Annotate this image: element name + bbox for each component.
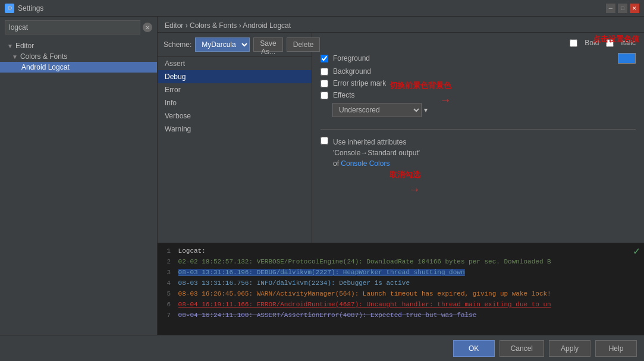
inherited-row: Use inherited attributes 'Console→Standa… <box>321 137 636 169</box>
inherited-text-block: Use inherited attributes 'Console→Standa… <box>333 137 420 169</box>
preview-line-1: 1 Logcat: <box>162 246 639 256</box>
log-list: Assert Debug Error Info Verbose Warning <box>158 57 312 243</box>
inherited-section: Use inherited attributes 'Console→Standa… <box>321 129 636 169</box>
app-icon: ⚙ <box>5 4 14 13</box>
preview-line-4: 4 08-03 13:31:16.756: INFO/dalvikvm(2234… <box>162 278 639 288</box>
log-item-info[interactable]: Info <box>158 96 312 109</box>
tree-arrow-editor: ▼ <box>7 43 13 49</box>
italic-checkbox[interactable] <box>606 39 614 47</box>
title-bar-left: ⚙ Settings <box>5 4 43 13</box>
bold-label: Bold <box>585 39 599 47</box>
sidebar-item-android-logcat-label: Android Logcat <box>21 63 70 71</box>
sidebar: ✕ ▼ Editor ▼ Colors & Fonts Android Logc… <box>0 17 158 335</box>
italic-label: Italic <box>621 39 636 47</box>
search-input[interactable] <box>5 20 140 34</box>
settings-content: Scheme: MyDarcula Save As... Delete Asse… <box>158 33 644 243</box>
effects-label: Effects <box>333 91 354 99</box>
sidebar-item-editor[interactable]: ▼ Editor <box>0 40 157 51</box>
background-label: Background <box>333 67 371 76</box>
window-title: Settings <box>18 4 43 12</box>
inherited-quote: 'Console→Standard output' <box>333 149 420 157</box>
title-bar: ⚙ Settings ─ □ ✕ <box>0 0 644 17</box>
window-controls[interactable]: ─ □ ✕ <box>606 4 639 13</box>
preview-line-6: 6 08-04 16:19:11.166: ERROR/AndroidRunti… <box>162 299 639 310</box>
preview-checkmark: ✓ <box>633 246 640 257</box>
apply-button[interactable]: Apply <box>549 340 590 357</box>
background-checkbox[interactable] <box>321 68 328 76</box>
bold-checkbox[interactable] <box>570 39 577 47</box>
breadcrumb: Editor › Colors & Fonts › Android Logcat <box>158 17 644 33</box>
preview-line-5: 5 08-03 16:26:45.965: WARN/ActivityManag… <box>162 288 639 299</box>
inherited-link[interactable]: Console Colors <box>341 159 389 168</box>
error-stripe-checkbox[interactable] <box>321 80 328 87</box>
foreground-checkbox[interactable] <box>321 55 328 62</box>
scheme-label: Scheme: <box>164 40 191 49</box>
effects-checkbox[interactable] <box>321 92 328 99</box>
preview-line-3: 3 08-03 13:31:16.196: DEBUG/dalvikvm(222… <box>162 267 639 278</box>
sidebar-item-colors-fonts-label: Colors & Fonts <box>20 52 67 61</box>
effects-row: Effects <box>321 91 636 99</box>
annotation-uncheck-text: 取消勾选 <box>389 170 420 179</box>
top-checkboxes: Bold Italic <box>321 39 636 47</box>
options-panel: 点击设置色值 Bold Italic Foreground <box>312 33 644 243</box>
ok-button[interactable]: OK <box>453 340 495 357</box>
cancel-button[interactable]: Cancel <box>500 340 544 357</box>
foreground-row: Foreground <box>321 53 636 64</box>
inherited-of: of <box>333 159 341 168</box>
sidebar-item-android-logcat[interactable]: Android Logcat <box>0 62 157 73</box>
tree-container: ▼ Editor ▼ Colors & Fonts Android Logcat <box>0 38 157 335</box>
bottom-bar: OK Cancel Apply Help <box>0 335 644 361</box>
preview-line-2: 2 02-02 18:52:57.132: VERBOSE/ProtocolEn… <box>162 256 639 267</box>
minimize-button[interactable]: ─ <box>606 4 615 13</box>
annotation-uncheck: 取消勾选 → <box>389 169 420 196</box>
scheme-select[interactable]: MyDarcula <box>195 37 250 52</box>
foreground-color-swatch[interactable] <box>618 53 636 64</box>
sidebar-item-editor-label: Editor <box>15 42 34 50</box>
scheme-row: Scheme: MyDarcula Save As... Delete <box>158 33 312 57</box>
log-item-warning[interactable]: Warning <box>158 123 312 136</box>
save-as-button[interactable]: Save As... <box>253 37 282 52</box>
error-stripe-label: Error stripe mark <box>333 79 386 87</box>
maximize-button[interactable]: □ <box>618 4 627 13</box>
log-item-assert[interactable]: Assert <box>158 57 312 70</box>
main-container: ✕ ▼ Editor ▼ Colors & Fonts Android Logc… <box>0 17 644 335</box>
close-button[interactable]: ✕ <box>630 4 639 13</box>
effects-dropdown-arrow: ▾ <box>424 106 428 114</box>
background-row: Background <box>321 67 636 76</box>
effects-select[interactable]: Underscored Underwaved Bordered Strikeou… <box>332 103 422 117</box>
list-panel: Scheme: MyDarcula Save As... Delete Asse… <box>158 33 312 243</box>
inherited-checkbox[interactable] <box>321 137 328 145</box>
preview-area: ✓ 1 Logcat: 2 02-02 18:52:57.132: VERBOS… <box>158 243 644 335</box>
tree-arrow-colors: ▼ <box>12 54 18 60</box>
sidebar-item-colors-fonts[interactable]: ▼ Colors & Fonts <box>0 51 157 62</box>
search-bar: ✕ <box>0 17 157 38</box>
search-clear-button[interactable]: ✕ <box>143 23 152 32</box>
log-item-error[interactable]: Error <box>158 83 312 96</box>
log-item-verbose[interactable]: Verbose <box>158 109 312 123</box>
log-item-debug[interactable]: Debug <box>158 70 312 83</box>
inherited-label: Use inherited attributes <box>333 138 406 146</box>
help-button[interactable]: Help <box>595 340 637 357</box>
effects-dropdown-row: Underscored Underwaved Bordered Strikeou… <box>332 103 636 117</box>
error-stripe-row: Error stripe mark <box>321 79 636 87</box>
preview-line-7: 7 08-04 16:24:11.100: ASSERT/AssertionEr… <box>162 310 639 321</box>
content-area: Editor › Colors & Fonts › Android Logcat… <box>158 17 644 335</box>
foreground-label: Foreground <box>333 54 370 62</box>
